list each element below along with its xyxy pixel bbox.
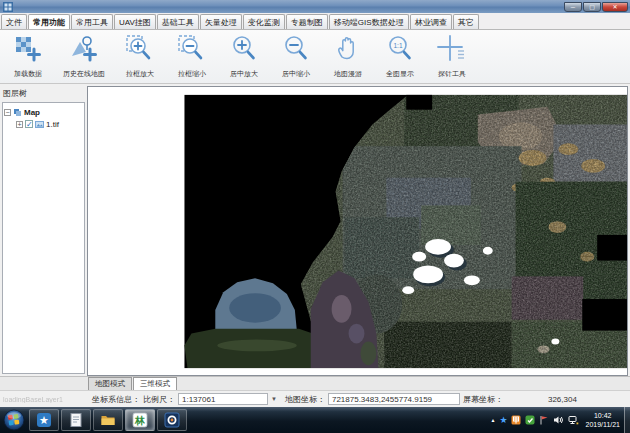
layer-panel-title: 图层树	[2, 86, 85, 102]
load-data-icon	[13, 34, 43, 64]
tool-label: 居中缩小	[282, 69, 310, 79]
screen-coord-label: 屏幕坐标：	[463, 394, 503, 405]
menu-tab-other[interactable]: 其它	[453, 14, 479, 29]
center-zoom-in-icon	[229, 34, 259, 64]
collapse-expander-icon[interactable]: −	[4, 109, 11, 116]
lin-glyph: 林	[134, 415, 146, 426]
toolbar: 加载数据 历史在线地图 拉框放大	[0, 30, 630, 84]
menu-tab-common-functions[interactable]: 常用功能	[28, 14, 70, 29]
layer-tree: − Map + ✓ 1.tif	[2, 102, 85, 374]
map-coord-value: 721875.3483,2455774.9159	[328, 393, 460, 405]
view-mode-tabs: 地图模式 三维模式	[0, 376, 630, 390]
tool-label: 历史在线地图	[63, 69, 105, 79]
statusbar: loadingBaseLayer1 坐标系信息： 比例尺： 1:137061 ▼…	[0, 390, 630, 407]
taskbar-app-explorer[interactable]	[93, 409, 123, 431]
tab-3d-mode[interactable]: 三维模式	[133, 377, 177, 390]
map-node-icon	[13, 108, 22, 117]
screen-coord-value: 326,304	[548, 395, 577, 404]
taskbar-app-o[interactable]	[157, 409, 187, 431]
map-canvas[interactable]	[88, 87, 627, 375]
minimize-icon: ─	[571, 4, 575, 10]
taskbar-clock[interactable]: 10:42 2019/11/21	[585, 411, 620, 430]
lin-app-icon: 林	[132, 412, 148, 428]
tray-flag-icon[interactable]	[539, 415, 549, 425]
tab-map-mode[interactable]: 地图模式	[88, 377, 132, 390]
maximize-icon: ▢	[589, 4, 595, 10]
layer-visibility-checkbox[interactable]: ✓	[25, 120, 33, 128]
tool-box-zoom-out[interactable]: 拉框缩小	[166, 32, 218, 82]
close-button[interactable]: ✕	[602, 2, 628, 12]
map-coord-label: 地图坐标：	[285, 394, 325, 405]
tray-input-method-icon[interactable]	[511, 415, 521, 425]
clock-date: 2019/11/21	[585, 420, 620, 429]
tray-green-icon[interactable]	[525, 415, 535, 425]
menu-tab-change-monitoring[interactable]: 变化监测	[243, 14, 285, 29]
app-icon	[3, 2, 13, 12]
tool-label: 探针工具	[438, 69, 466, 79]
menu-tab-basic-tools[interactable]: 基础工具	[157, 14, 199, 29]
main-area: 图层树 − Map + ✓ 1.tif	[0, 84, 630, 376]
close-icon: ✕	[612, 4, 617, 10]
full-extent-icon: 1:1	[385, 34, 415, 64]
loading-status-text: loadingBaseLayer1	[0, 396, 92, 403]
star-app-icon: ★	[36, 412, 52, 428]
pan-hand-icon	[333, 34, 363, 64]
menu-tab-common-tools[interactable]: 常用工具	[71, 14, 113, 29]
scale-dropdown-icon[interactable]: ▼	[271, 396, 277, 402]
menu-tab-vector-processing[interactable]: 矢量处理	[200, 14, 242, 29]
tray-speaker-icon[interactable]	[553, 415, 564, 425]
tool-label: 拉框放大	[126, 69, 154, 79]
tool-label: 加载数据	[14, 69, 42, 79]
menu-tab-mobile-gis[interactable]: 移动端GIS数据处理	[329, 14, 409, 29]
svg-text:1:1: 1:1	[393, 42, 402, 49]
tree-node-map[interactable]: − Map	[4, 106, 83, 118]
history-online-map-icon	[69, 34, 99, 64]
menu-tab-thematic-mapping[interactable]: 专题制图	[286, 14, 328, 29]
tool-center-zoom-out[interactable]: 居中缩小	[270, 32, 322, 82]
titlebar: ─ ▢ ✕	[0, 0, 630, 13]
taskbar-app-lin[interactable]: 林	[125, 409, 155, 431]
tray-star-icon[interactable]: ★	[499, 415, 507, 425]
coord-system-label: 坐标系信息：	[92, 394, 140, 405]
folder-icon	[100, 412, 116, 428]
tray-expander-icon[interactable]: ▲	[490, 417, 495, 423]
menu-tab-file[interactable]: 文件	[1, 14, 27, 29]
notepad-app-icon	[68, 412, 84, 428]
maximize-button[interactable]: ▢	[583, 2, 601, 12]
menu-tab-uav-map[interactable]: UAV挂图	[114, 14, 156, 29]
raster-layer-icon	[35, 120, 44, 129]
scale-label: 比例尺：	[143, 394, 175, 405]
taskbar-app-star[interactable]: ★	[29, 409, 59, 431]
box-zoom-in-icon	[125, 34, 155, 64]
app-window: ─ ▢ ✕ 文件 常用功能 常用工具 UAV挂图 基础工具 矢量处理 变化监测 …	[0, 0, 630, 433]
tool-load-data[interactable]: 加载数据	[2, 32, 54, 82]
menubar: 文件 常用功能 常用工具 UAV挂图 基础工具 矢量处理 变化监测 专题制图 移…	[0, 13, 630, 30]
tool-box-zoom-in[interactable]: 拉框放大	[114, 32, 166, 82]
tool-history-online-map[interactable]: 历史在线地图	[54, 32, 114, 82]
center-zoom-out-icon	[281, 34, 311, 64]
scale-value-combobox[interactable]: 1:137061	[178, 393, 268, 405]
map-viewport[interactable]	[87, 86, 628, 376]
tool-label: 居中放大	[230, 69, 258, 79]
menu-tab-forestry-survey[interactable]: 林业调查	[410, 14, 452, 29]
tool-full-extent[interactable]: 1:1 全图显示	[374, 32, 426, 82]
minimize-button[interactable]: ─	[564, 2, 582, 12]
taskbar: ★ 林	[0, 407, 630, 433]
tree-node-label: 1.tif	[46, 120, 59, 129]
show-desktop-button[interactable]	[624, 407, 630, 433]
box-zoom-out-icon	[177, 34, 207, 64]
layer-panel: 图层树 − Map + ✓ 1.tif	[0, 84, 86, 376]
expand-expander-icon[interactable]: +	[16, 121, 23, 128]
tool-center-zoom-in[interactable]: 居中放大	[218, 32, 270, 82]
tool-probe[interactable]: 探针工具	[426, 32, 478, 82]
tool-pan[interactable]: 地图漫游	[322, 32, 374, 82]
tool-label: 地图漫游	[334, 69, 362, 79]
probe-tool-icon	[437, 34, 467, 64]
o-app-icon	[164, 412, 180, 428]
tree-node-layer[interactable]: + ✓ 1.tif	[4, 118, 83, 130]
tool-label: 拉框缩小	[178, 69, 206, 79]
taskbar-app-notepad[interactable]	[61, 409, 91, 431]
windows-start-button[interactable]	[3, 409, 25, 431]
tray-network-icon[interactable]	[568, 415, 579, 425]
tree-node-label: Map	[24, 108, 40, 117]
